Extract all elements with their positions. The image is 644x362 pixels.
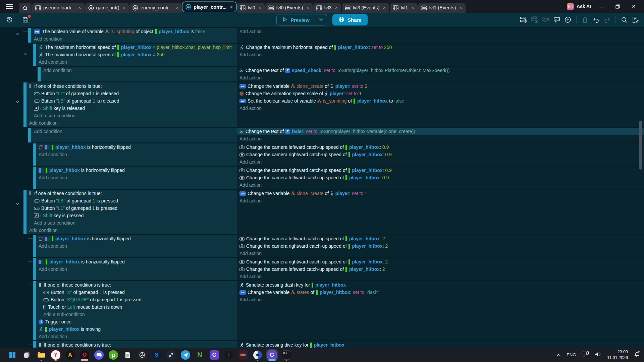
condition-row[interactable]: ‖If one of these conditions is true: (26, 82, 237, 90)
file-explorer[interactable] (36, 349, 47, 361)
tab-close-icon[interactable]: × (176, 5, 178, 10)
add-condition-button[interactable]: Add condition (36, 151, 237, 158)
add-comment-button[interactable] (541, 15, 550, 24)
close-button[interactable]: ✕ (628, 1, 639, 11)
volume-icon[interactable] (595, 352, 601, 358)
redo-button[interactable] (602, 15, 612, 24)
s-app[interactable]: S (151, 349, 162, 361)
edit-sheet-button[interactable] (631, 15, 640, 24)
search-button[interactable] (620, 15, 629, 24)
tab-home[interactable] (19, 3, 32, 13)
add-condition-button[interactable]: Add condition (41, 67, 237, 74)
tab-close-icon[interactable]: × (459, 5, 462, 10)
event-drag-handle[interactable] (23, 190, 26, 234)
gdevelop-active[interactable]: G (266, 349, 278, 361)
action-row[interactable]: Change the maximum horizontal speed of p… (237, 44, 644, 51)
collapse-chevron[interactable] (15, 200, 19, 206)
condition-row[interactable]: varThe boolean value of variable is_spri… (31, 28, 237, 35)
event-drag-handle[interactable] (38, 67, 41, 81)
add-condition-button[interactable]: Add a sub-condition (36, 311, 237, 318)
event-drag-handle[interactable] (33, 44, 36, 66)
add-circle-button[interactable] (563, 15, 573, 24)
tab-close-icon[interactable]: × (411, 5, 414, 10)
add-action-button[interactable]: Add action (237, 105, 644, 112)
condition-row[interactable]: Touch or Left mouse button is down (36, 303, 237, 311)
add-subevent-button[interactable] (530, 15, 539, 24)
tab-close-icon[interactable]: × (335, 5, 338, 10)
language-indicator[interactable]: ENG (567, 352, 576, 357)
add-action-button[interactable]: Add action (237, 181, 644, 189)
preview-dropdown-chevron[interactable] (315, 14, 327, 25)
add-condition-button[interactable]: Add condition (36, 242, 237, 250)
task-view-button[interactable] (21, 349, 33, 361)
add-condition-button[interactable]: Add condition (36, 265, 237, 273)
comment-button[interactable] (552, 15, 561, 24)
notepad-editor[interactable] (122, 349, 133, 361)
utorrent[interactable]: µ (108, 349, 119, 361)
tab-lvl3-events[interactable]: lvl3 (Events)× (342, 3, 389, 13)
event-drag-handle[interactable] (33, 167, 36, 189)
network-icon[interactable] (582, 351, 589, 358)
collapse-chevron[interactable] (23, 51, 28, 57)
terminal[interactable]: C:\ (281, 349, 292, 361)
gdevelop[interactable]: G (209, 349, 220, 361)
aimp[interactable]: A (64, 349, 76, 361)
clock[interactable]: 23:09 11.01.2026 (607, 349, 628, 360)
notification-bell-icon[interactable] (634, 351, 640, 359)
action-row[interactable]: Change the camera leftward catch-up spee… (237, 265, 644, 273)
add-event-button[interactable] (519, 15, 528, 24)
add-action-button[interactable]: Add action (237, 197, 644, 204)
tab-game-int[interactable]: game_int()× (85, 3, 129, 13)
condition-row[interactable]: The maximum horizontal speed of player_h… (36, 51, 237, 58)
add-action-button[interactable]: Add action (237, 51, 644, 58)
event-drag-handle[interactable] (33, 258, 36, 280)
discord[interactable] (93, 349, 105, 361)
tab-close-icon[interactable]: × (230, 4, 233, 10)
condition-row[interactable]: ALShift key is pressed (26, 212, 237, 219)
condition-row[interactable]: 1Trigger once (36, 318, 237, 325)
action-row[interactable]: Simulate pressing dash key for player_hi… (237, 281, 644, 289)
action-row[interactable]: txtChange the text of Tspeed_check: set … (237, 67, 644, 74)
tab-close-icon[interactable]: × (307, 5, 309, 10)
action-row[interactable]: Change the camera leftward catch-up spee… (237, 174, 644, 181)
condition-row[interactable]: Button "L1" of gamepad 1 is pressed (26, 204, 237, 212)
tray-chevron-up-icon[interactable] (556, 352, 561, 358)
tab-close-icon[interactable]: × (383, 5, 385, 10)
condition-row[interactable]: The maximum horizontal speed of player_h… (36, 44, 237, 51)
condition-row[interactable]: Button "SQUARE" of gamepad 1 is pressed (36, 296, 237, 303)
davinci-resolve[interactable] (237, 349, 249, 361)
condition-row[interactable]: player_hitbox is horizontally flipped (36, 167, 237, 174)
condition-row[interactable]: ALShift key is released (26, 105, 237, 112)
share-button[interactable]: Share (332, 14, 368, 25)
event-drag-handle[interactable] (33, 341, 36, 348)
condition-row[interactable]: Button "LB" of gamepad 1 is pressed (26, 197, 237, 204)
action-row[interactable]: Change the camera rightward catch-up spe… (237, 167, 644, 174)
action-row[interactable]: Change the camera rightward catch-up spe… (237, 151, 644, 158)
add-action-button[interactable]: Add action (237, 28, 644, 35)
undo-button[interactable] (591, 15, 601, 24)
add-action-button[interactable]: Add action (237, 296, 644, 303)
condition-row[interactable]: Button "X" of gamepad 1 is pressed (36, 289, 237, 296)
tab-lvl1-events[interactable]: lvl1 (Events)× (418, 3, 466, 13)
add-condition-button[interactable]: Add condition (36, 174, 237, 181)
collapse-chevron[interactable] (15, 99, 19, 105)
event-drag-handle[interactable] (33, 235, 36, 257)
steam-alt[interactable] (252, 349, 263, 361)
history-button[interactable] (5, 15, 14, 24)
yandex-browser[interactable]: Y (50, 349, 61, 361)
restore-button[interactable] (612, 1, 623, 11)
ask-ai-button[interactable]: Ask AI (567, 3, 591, 10)
add-action-button[interactable]: Add action (237, 74, 644, 81)
action-row[interactable]: varSet the boolean value of variable is_… (237, 97, 644, 105)
neovim[interactable]: N (194, 349, 206, 361)
telegram[interactable] (180, 349, 191, 361)
event-drag-handle[interactable] (28, 128, 31, 142)
scrollbar-thumb[interactable] (639, 121, 642, 170)
action-row[interactable]: varChange the variable clone_create of p… (237, 82, 644, 90)
tab-close-icon[interactable]: × (259, 5, 261, 10)
event-drag-handle[interactable] (28, 28, 31, 43)
event-drag-handle[interactable] (33, 281, 36, 340)
condition-row[interactable]: player_hitbox is horizontally flipped (36, 143, 237, 151)
action-row[interactable]: Simulate pressing dive key for player_hi… (237, 341, 644, 348)
minimize-button[interactable]: — (596, 1, 607, 11)
